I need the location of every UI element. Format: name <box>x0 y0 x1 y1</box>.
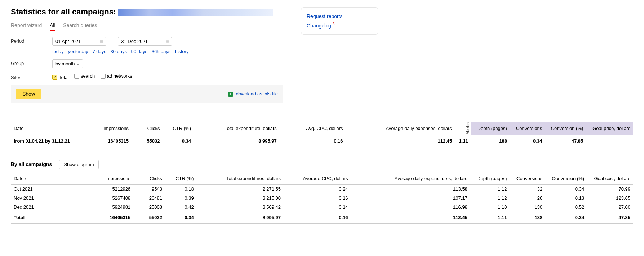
check-icon <box>101 74 106 79</box>
cell-total-exp: 8 995.97 <box>194 135 280 147</box>
quick-90days[interactable]: 90 days <box>131 49 148 54</box>
col-ctr[interactable]: CTR (%) <box>163 122 194 135</box>
cell-impressions: 5212926 <box>90 184 133 194</box>
side-panel: Request reports Changelog β <box>301 7 378 35</box>
request-reports-link[interactable]: Request reports <box>307 12 373 21</box>
date-to-input[interactable]: 31 Dec 2021 ▦ <box>118 37 172 46</box>
cell-goal_cost: 47.85 <box>587 212 633 223</box>
period-label: Period <box>11 37 52 44</box>
checkbox-total[interactable]: ✓ Total <box>52 75 68 80</box>
cell-conv_pct: 0.13 <box>545 194 587 203</box>
cell-avg_cpc: 0.14 <box>284 203 351 212</box>
col-impressions[interactable]: Impressions <box>89 122 132 135</box>
col-clicks[interactable]: Clicks <box>133 174 165 185</box>
sort-asc-icon: ↑ <box>24 177 26 181</box>
col-total-exp[interactable]: Total expenditure, dollars <box>194 122 280 135</box>
date-from-input[interactable]: 01 Apr 2021 ▦ <box>52 37 106 46</box>
quick-30days[interactable]: 30 days <box>110 49 127 54</box>
download-xls-label: download as .xls file <box>236 91 278 96</box>
col-date-label: Date <box>14 176 23 181</box>
download-xls-link[interactable]: download as .xls file <box>228 91 278 97</box>
cell-depth: 1.10 <box>470 203 510 212</box>
table-row: Dec 20215924981250080.423 509.420.14116.… <box>11 203 633 212</box>
quick-history[interactable]: history <box>175 49 188 54</box>
cell-impressions: 5924981 <box>90 203 133 212</box>
col-conversions[interactable]: Conversions <box>510 174 546 185</box>
quick-7days[interactable]: 7 days <box>92 49 106 54</box>
col-date[interactable]: Date↑ <box>11 174 90 185</box>
col-avg-daily[interactable]: Average daily expenditures, dollars <box>351 174 470 185</box>
check-icon: ✓ <box>52 75 57 80</box>
cell-avg_daily: 112.45 <box>351 212 470 223</box>
cell-total_exp: 3 215.00 <box>197 194 284 203</box>
checkbox-search[interactable]: search <box>74 73 95 79</box>
cell-depth: 1.12 <box>470 194 510 203</box>
group-value: by month <box>55 61 75 66</box>
redacted-campaign-name <box>118 9 273 16</box>
quick-365days[interactable]: 365 days <box>152 49 171 54</box>
cell-depth: 1.11 <box>455 135 471 147</box>
show-button[interactable]: Show <box>16 89 41 99</box>
col-ctr[interactable]: CTR (%) <box>165 174 197 185</box>
cell-goal-price: 47.85 <box>545 135 586 147</box>
cell-date: Oct 2021 <box>11 184 90 194</box>
tab-all[interactable]: All <box>50 19 55 31</box>
cell-clicks: 55032 <box>132 135 163 147</box>
cell-goal_cost: 70.99 <box>587 184 633 194</box>
cell-impressions: 16405315 <box>89 135 132 147</box>
cell-conversions: 130 <box>510 203 546 212</box>
quick-yesterday[interactable]: yesterday <box>68 49 88 54</box>
cell-avg-daily: 112.45 <box>346 135 455 147</box>
group-select[interactable]: by month ⌄ <box>52 59 83 68</box>
cell-clicks: 9543 <box>133 184 165 194</box>
table-row: Oct 2021521292695430.182 271.550.24113.5… <box>11 184 633 194</box>
cell-avg_daily: 116.98 <box>351 203 470 212</box>
cell-ctr: 0.34 <box>165 212 197 223</box>
cell-ctr: 0.18 <box>165 184 197 194</box>
col-avg-cpc[interactable]: Average CPC, dollars <box>284 174 351 185</box>
detail-table: Date↑ Impressions Clicks CTR (%) Total e… <box>11 174 633 224</box>
col-date[interactable]: Date <box>11 122 89 135</box>
col-depth[interactable]: Depth (pages) <box>470 174 510 185</box>
cell-goal_cost: 123.65 <box>587 194 633 203</box>
col-depth[interactable]: Depth (pages) <box>471 122 510 135</box>
changelog-link[interactable]: Changelog β <box>307 21 373 30</box>
cell-avg_daily: 107.17 <box>351 194 470 203</box>
col-goal-price[interactable]: Goal price, dollars <box>586 122 633 135</box>
cell-impressions: 16405315 <box>90 212 133 223</box>
col-conversions[interactable]: Conversions <box>510 122 545 135</box>
cell-depth: 1.11 <box>470 212 510 223</box>
cell-conversions: 32 <box>510 184 546 194</box>
col-clicks[interactable]: Clicks <box>132 122 163 135</box>
col-impressions[interactable]: Impressions <box>90 174 133 185</box>
page-title-text: Statistics for all campaigns: <box>11 7 116 16</box>
quick-today[interactable]: today <box>52 49 64 54</box>
show-diagram-button[interactable]: Show diagram <box>59 160 98 169</box>
changelog-label: Changelog <box>307 23 331 29</box>
tab-search-queries[interactable]: Search queries <box>63 19 97 31</box>
cell-conversions: 188 <box>471 135 510 147</box>
tab-report-wizard[interactable]: Report wizard <box>11 19 42 31</box>
cell-date: Dec 2021 <box>11 203 90 212</box>
cell-date: Nov 2021 <box>11 194 90 203</box>
cell-total_exp: 2 271.55 <box>197 184 284 194</box>
page-title: Statistics for all campaigns: <box>11 7 283 17</box>
col-conv-pct[interactable]: Conversion (%) <box>545 174 587 185</box>
cell-avg_cpc: 0.24 <box>284 184 351 194</box>
table-row-total: Total16405315550320.348 995.970.16112.45… <box>11 212 633 223</box>
cell-conversions: 26 <box>510 194 546 203</box>
date-to-value: 31 Dec 2021 <box>121 39 148 44</box>
col-conv-pct[interactable]: Conversion (%) <box>545 122 586 135</box>
calendar-icon: ▦ <box>100 39 103 44</box>
date-separator: — <box>110 39 115 44</box>
cell-depth: 1.12 <box>470 184 510 194</box>
cell-avg_cpc: 0.16 <box>284 212 351 223</box>
action-bar: Show download as .xls file <box>11 85 283 103</box>
col-goal-cost[interactable]: Goal cost, dollars <box>587 174 633 185</box>
cell-clicks: 25008 <box>133 203 165 212</box>
col-avg-cpc[interactable]: Avg. CPC, dollars <box>280 122 346 135</box>
col-total-exp[interactable]: Total expenditures, dollars <box>197 174 284 185</box>
cell-impressions: 5267408 <box>90 194 133 203</box>
col-avg-daily[interactable]: Average daily expenses, dollars <box>346 122 455 135</box>
checkbox-ad-networks[interactable]: ad networks <box>101 73 132 79</box>
